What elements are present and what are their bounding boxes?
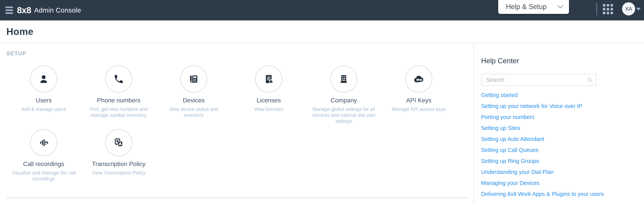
help-center-title: Help Center	[481, 57, 644, 65]
chevron-down-icon	[557, 5, 564, 9]
tile-circle	[330, 66, 357, 92]
tile-label: Devices	[183, 97, 205, 104]
help-link[interactable]: Delivering 8x8 Work Apps & Plugins to yo…	[481, 188, 644, 199]
tile-circle	[30, 129, 57, 156]
tile-transcription-policy[interactable]: Transcription Policy View Transcription …	[81, 125, 156, 188]
phone-icon	[113, 74, 124, 84]
tile-description: Visualise and manage the call recordings	[11, 170, 76, 182]
hamburger-menu-icon[interactable]	[6, 7, 13, 14]
tile-circle	[405, 66, 432, 92]
help-search-input[interactable]	[486, 76, 587, 83]
main-panel: SETUP Users Add & manage users Phone num…	[0, 43, 474, 203]
brand-logo: 8x8	[17, 5, 31, 16]
help-link[interactable]: Setting up Call Queues	[481, 145, 644, 156]
tile-company[interactable]: Company Manage global settings for all s…	[306, 61, 381, 125]
tile-phone-numbers[interactable]: Phone numbers Port, get new numbers and …	[81, 61, 156, 125]
avatar-caret-icon[interactable]	[636, 8, 641, 11]
help-link[interactable]: Porting your numbers	[481, 112, 644, 123]
tile-users[interactable]: Users Add & manage users	[6, 61, 81, 125]
tile-label: Call recordings	[23, 160, 64, 168]
building-icon	[338, 73, 349, 85]
tile-circle	[105, 129, 132, 156]
desk-phone-icon	[188, 73, 199, 85]
topbar-divider	[596, 3, 597, 15]
tile-label: Users	[36, 97, 52, 104]
waveform-icon	[38, 137, 49, 148]
help-link[interactable]: Setting up your network for Voice over I…	[481, 101, 644, 112]
tile-description: Add & manage users	[21, 106, 66, 112]
help-link[interactable]: Setting up Sites	[481, 123, 644, 134]
tile-circle	[30, 66, 57, 92]
tile-description: View device status and inventory	[162, 106, 226, 118]
help-search-box	[481, 74, 596, 86]
tile-label: Phone numbers	[97, 97, 140, 104]
tile-call-recordings[interactable]: Call recordings Visualise and manage the…	[6, 125, 81, 188]
tile-licenses[interactable]: Licenses View licenses	[231, 61, 306, 125]
page-title: Home	[6, 26, 34, 37]
user-icon	[38, 73, 49, 85]
search-icon	[587, 77, 593, 83]
tile-label: Company	[331, 97, 357, 104]
tile-description: Manage global settings for all services …	[312, 106, 376, 124]
avatar-initials: XA	[625, 6, 632, 12]
tile-label: Licenses	[256, 97, 281, 104]
tile-circle	[105, 66, 132, 92]
tile-api-keys[interactable]: API Keys Manage API access keys	[381, 61, 456, 125]
help-link[interactable]: Getting started	[481, 90, 644, 101]
license-icon	[263, 73, 274, 85]
tile-label: Transcription Policy	[92, 160, 146, 168]
tile-description: Port, get new numbers and manage number …	[86, 106, 151, 118]
help-link[interactable]: Setting up Auto Attendant	[481, 134, 644, 145]
help-center-panel: Help Center Getting started Setting up y…	[474, 43, 644, 203]
tile-description: View licenses	[254, 106, 283, 112]
help-link[interactable]: Understanding your Dial Plan	[481, 167, 644, 178]
tile-description: Manage API access keys	[392, 106, 446, 112]
setup-section-label: SETUP	[6, 50, 474, 57]
help-link[interactable]: Managing your Devices	[481, 178, 644, 188]
setup-tiles: Users Add & manage users Phone numbers P…	[6, 61, 474, 188]
app-grid-icon[interactable]	[603, 4, 613, 14]
help-links: Getting started Setting up your network …	[481, 90, 644, 199]
tile-devices[interactable]: Devices View device status and inventory	[156, 61, 231, 125]
tile-circle	[180, 66, 207, 92]
tile-description: View Transcription Policy	[92, 170, 145, 176]
help-setup-label: Help & Setup	[506, 3, 547, 11]
help-setup-dropdown[interactable]: Help & Setup	[498, 0, 569, 14]
tile-circle	[255, 66, 282, 92]
topbar: 8x8 Admin Console Help & Setup XA	[0, 0, 644, 21]
page-header: Home	[0, 21, 644, 43]
content: SETUP Users Add & manage users Phone num…	[0, 43, 644, 203]
translate-icon	[113, 137, 124, 148]
help-link[interactable]: Setting up Ring Groups	[481, 156, 644, 167]
app-title: Admin Console	[34, 6, 81, 14]
section-divider	[6, 198, 469, 198]
cloud-key-icon	[413, 73, 425, 85]
tile-label: API Keys	[406, 97, 432, 104]
avatar[interactable]: XA	[622, 2, 635, 16]
